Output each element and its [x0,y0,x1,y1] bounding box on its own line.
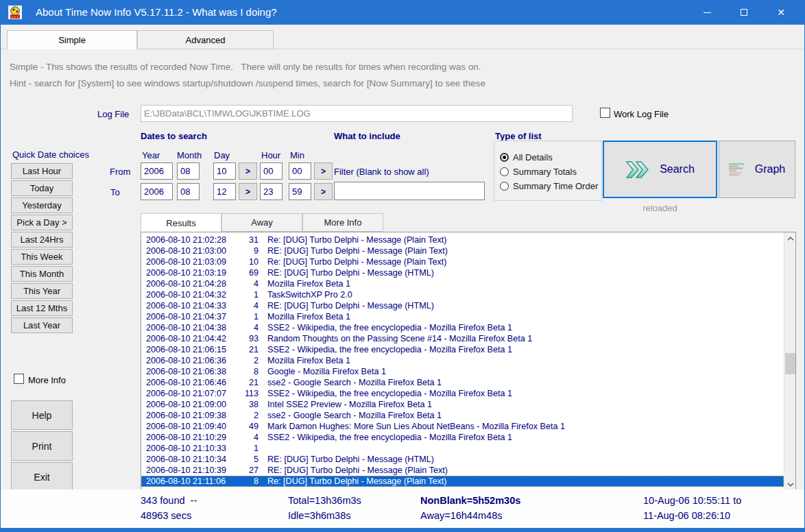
row-title: Re: [DUG] Turbo Delphi - Message (Plain … [267,476,447,487]
row-title: Random Thoughts on the Passing Scene #14… [267,333,532,344]
scrollbar-thumb[interactable] [785,353,795,374]
print-button[interactable]: Print [11,431,73,461]
list-item[interactable]: 2006-08-10 21:04:284Mozilla Firefox Beta… [141,278,784,289]
scroll-down-button[interactable] [784,479,796,490]
quick-date-yesterday[interactable]: Yesterday [11,197,73,213]
more-info-checkbox-label: More Info [28,375,66,385]
row-title: RE: [DUG] Turbo Delphi - Message (HTML) [267,454,434,465]
status-nonblank: NonBlank=5h52m30s [420,495,520,506]
window-bottom-border [0,528,805,532]
list-item[interactable]: 2006-08-10 21:04:334RE: [DUG] Turbo Delp… [141,300,784,311]
list-item[interactable]: 2006-08-10 21:03:0910Re: [DUG] Turbo Del… [141,256,784,267]
to-min-input[interactable] [289,183,311,200]
type-of-list-groupbox: All DetailsSummary TotalsSummary Time Or… [494,141,602,201]
list-item[interactable]: 2006-08-10 21:04:384SSE2 - Wikipedia, th… [141,322,784,333]
quick-date-today[interactable]: Today [11,180,73,196]
app-window: About Time Now Info V5.17.11.2 - What wa… [0,0,805,532]
list-item[interactable]: 2006-08-10 21:10:3927RE: [DUG] Turbo Del… [141,465,784,476]
row-datetime: 2006-08-10 21:11:06 [141,476,238,487]
from-day-spin-button[interactable]: > [239,162,257,180]
log-file-input[interactable] [141,105,573,122]
list-item[interactable]: 2006-08-10 21:06:388Google - Mozilla Fir… [141,366,784,377]
row-seconds: 2 [238,355,259,366]
radio-summary-time-order[interactable]: Summary Time Order [500,179,601,193]
list-item[interactable]: 2006-08-10 21:10:331 [141,443,784,454]
radio-all-details[interactable]: All Details [500,150,601,165]
quick-date-this-month[interactable]: This Month [11,266,73,282]
status-total: Total=13h36m3s [288,495,361,506]
list-item[interactable]: 2006-08-10 21:04:321TaskSwitchXP Pro 2.0 [141,289,784,300]
help-button[interactable]: Help [11,400,73,430]
row-seconds: 10 [238,256,259,267]
quick-date-this-week[interactable]: This Week [11,249,73,265]
more-info-checkbox[interactable] [14,374,24,384]
row-title: Re: [DUG] Turbo Delphi - Message (Plain … [267,256,447,267]
filter-input[interactable] [334,182,485,200]
from-year-input[interactable] [141,162,173,180]
row-datetime: 2006-08-10 21:04:42 [141,333,238,344]
quick-date-pick-a-day[interactable]: Pick a Day > [11,215,73,230]
vertical-scrollbar[interactable] [784,232,795,490]
row-title: TaskSwitchXP Pro 2.0 [267,289,352,300]
results-tab-away[interactable]: Away [221,213,302,232]
list-item[interactable]: 2006-08-10 21:09:4049Mark Damon Hughes: … [141,421,784,432]
from-min-spin-button[interactable]: > [314,162,333,180]
list-item[interactable]: 2006-08-10 21:04:4293Random Thoughts on … [141,333,784,344]
list-item[interactable]: 2006-08-10 21:10:294SSE2 - Wikipedia, th… [141,432,784,443]
work-log-checkbox[interactable] [600,108,610,118]
quick-date-this-year[interactable]: This Year [11,283,73,299]
quick-date-last-hour[interactable]: Last Hour [11,163,73,179]
graph-button[interactable]: Graph [719,141,795,198]
exit-button[interactable]: Exit [11,462,73,492]
row-title: SSE2 - Wikipedia, the free encyclopedia … [267,344,512,355]
row-datetime: 2006-08-10 21:06:36 [141,355,238,366]
from-month-input[interactable] [177,162,200,180]
list-item[interactable]: 2006-08-10 21:04:371Mozilla Firefox Beta… [141,311,784,322]
radio-option-label: Summary Time Order [513,181,598,191]
from-hour-input[interactable] [260,162,283,180]
quick-date-last-12-mths[interactable]: Last 12 Mths [11,300,73,316]
list-item[interactable]: 2006-08-10 21:07:07113SSE2 - Wikipedia, … [141,388,784,399]
to-hour-input[interactable] [260,183,283,200]
from-min-input[interactable] [289,162,311,180]
close-button[interactable]: ✕ [762,0,800,25]
row-datetime: 2006-08-10 21:03:00 [141,245,238,256]
row-title: Intel SSE2 Preview - Mozilla Firefox Bet… [267,399,432,410]
radio-circle [500,167,509,176]
results-tab-results[interactable]: Results [141,213,221,232]
list-item[interactable]: 2006-08-10 21:09:382sse2 - Google Search… [141,410,784,421]
list-item[interactable]: 2006-08-10 21:10:345RE: [DUG] Turbo Delp… [141,454,784,465]
row-seconds: 49 [238,421,259,432]
quick-date-last-24hrs[interactable]: Last 24Hrs [11,232,73,247]
type-of-list-label: Type of list [495,131,542,141]
minimize-button[interactable] [688,0,725,25]
row-datetime: 2006-08-10 21:07:07 [141,388,238,399]
from-day-input[interactable] [213,162,236,180]
list-item[interactable]: 2006-08-10 21:06:1521SSE2 - Wikipedia, t… [141,344,784,355]
row-datetime: 2006-08-10 21:03:09 [141,256,238,267]
to-day-input[interactable] [213,183,236,200]
list-item[interactable]: 2006-08-10 21:06:4621sse2 - Google Searc… [141,377,784,388]
list-item[interactable]: 2006-08-10 21:06:362Mozilla Firefox Beta… [141,355,784,366]
row-seconds: 1 [238,311,259,322]
quick-date-last-year[interactable]: Last Year [11,317,73,333]
to-min-spin-button[interactable]: > [314,183,333,200]
list-item[interactable]: 2006-08-10 21:11:068Re: [DUG] Turbo Delp… [141,476,784,487]
results-tab-more-info[interactable]: More Info [302,213,383,232]
search-chevrons-icon [625,160,650,179]
to-day-spin-button[interactable]: > [239,183,257,200]
radio-summary-totals[interactable]: Summary Totals [500,165,601,179]
search-button[interactable]: Search [603,141,717,198]
list-item[interactable]: 2006-08-10 21:09:0038Intel SSE2 Preview … [141,399,784,410]
list-item[interactable]: 2006-08-10 21:02:2831Re: [DUG] Turbo Del… [141,234,784,245]
list-item[interactable]: 2006-08-10 21:03:009RE: [DUG] Turbo Delp… [141,245,784,256]
maximize-button[interactable] [725,0,762,25]
scroll-up-button[interactable] [784,232,796,244]
to-month-input[interactable] [177,183,200,200]
tab-simple[interactable]: Simple [7,30,137,49]
graph-button-label: Graph [755,163,785,176]
list-item[interactable]: 2006-08-10 21:03:1969RE: [DUG] Turbo Del… [141,267,784,278]
tab-advanced[interactable]: Advanced [137,30,274,49]
to-year-input[interactable] [141,183,173,200]
row-seconds: 93 [238,333,259,344]
